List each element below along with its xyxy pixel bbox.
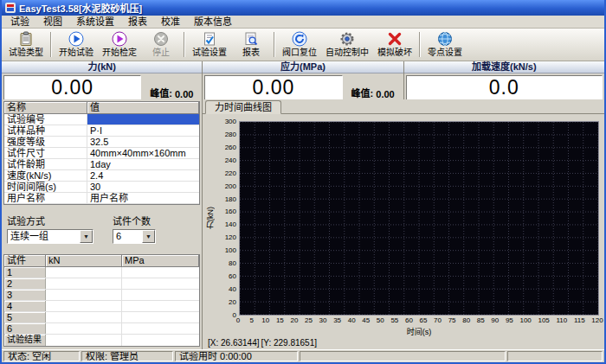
result-mpa-cell: [122, 278, 199, 289]
result-row[interactable]: 5: [4, 312, 199, 323]
property-name: 试样品种: [4, 125, 87, 136]
toolbar-button-stop[interactable]: 停止: [141, 29, 181, 60]
property-value[interactable]: P·I: [87, 125, 199, 136]
toolbar-button-report[interactable]: 报表: [231, 29, 271, 60]
menu-item-view[interactable]: 视图: [36, 16, 69, 28]
toolbar-button-label: 零点设置: [428, 48, 462, 57]
specimen-count-value: 6: [113, 230, 142, 243]
result-row[interactable]: 6: [4, 323, 199, 335]
menu-items: 试验视图系统设置报表校准版本信息: [3, 16, 239, 28]
cursor-y-readout: [Y: 229.81651]: [261, 338, 318, 348]
result-row[interactable]: 3: [4, 290, 199, 301]
property-row: 试件尺寸40mm×40mm×160mm: [4, 148, 199, 159]
chart-plot-area[interactable]: [239, 121, 599, 316]
property-value[interactable]: [87, 114, 199, 125]
property-value[interactable]: 32.5: [87, 137, 199, 147]
toolbar-separator: [184, 32, 185, 57]
result-mpa-cell: [122, 312, 199, 322]
stress-value-display: 0.00: [204, 75, 342, 100]
result-kn-cell: [46, 290, 122, 300]
chart-panel: 力时间曲线图 力(kN) 300280260240220200180160140…: [203, 99, 604, 349]
property-value[interactable]: 30: [87, 182, 199, 192]
chart-body: 力(kN) 3002802602402202001801601401201008…: [203, 114, 604, 349]
chevron-down-icon[interactable]: ▼: [80, 230, 93, 243]
property-name: 速度(kN/s): [4, 170, 87, 181]
test-method-label: 试验方式: [7, 214, 93, 227]
result-kn-cell: [46, 323, 122, 334]
result-mpa-cell: [122, 290, 199, 300]
result-kn-cell: [46, 312, 122, 322]
test-controls: 试验方式 连续一组 ▼ 试件个数 6 ▼: [3, 205, 200, 249]
property-value[interactable]: 2.4: [87, 170, 199, 181]
property-grid-column-value: 值: [87, 102, 199, 114]
x-tick-label: 0: [235, 316, 242, 325]
property-row: 试件龄期1day: [4, 159, 199, 170]
toolbar-button-zero-settings[interactable]: 零点设置: [423, 29, 467, 60]
specimen-count-dropdown[interactable]: 6 ▼: [113, 229, 156, 244]
result-row[interactable]: 2: [4, 278, 199, 290]
toolbar-button-simulate-break[interactable]: 模拟破坏: [373, 29, 416, 60]
y-tick-label: 220: [225, 170, 236, 176]
results-footer-mpa-cell: [122, 335, 199, 346]
y-tick-label: 20: [229, 299, 236, 305]
force-readout-title: 力(kN): [2, 61, 202, 73]
result-mpa-cell: [122, 301, 199, 311]
toolbar-button-auto-control[interactable]: 自动控制中: [321, 29, 373, 60]
property-row: 速度(kN/s)2.4: [4, 170, 199, 182]
property-name: 用户名称: [4, 193, 87, 203]
menu-item-report[interactable]: 报表: [121, 16, 154, 28]
app-icon: [5, 3, 16, 13]
test-method-dropdown[interactable]: 连续一组 ▼: [7, 229, 93, 244]
toolbar-button-label: 试验设置: [192, 48, 227, 57]
title-bar[interactable]: EasyTest3.58[水泥胶砂机压]: [2, 0, 604, 16]
toolbar-button-label: 模拟破坏: [377, 48, 412, 57]
menu-item-system-settings[interactable]: 系统设置: [69, 16, 121, 28]
x-tick-label: 120: [591, 316, 603, 325]
tab-force-time-curve[interactable]: 力时间曲线图: [205, 100, 281, 114]
property-value[interactable]: 用户名称: [87, 193, 199, 203]
status-segment-spare: [300, 351, 506, 361]
result-row[interactable]: 1: [4, 267, 199, 278]
property-name: 试验编号: [4, 114, 87, 125]
peak-value: 0.00: [376, 89, 394, 99]
force-value-display: 0.00: [3, 75, 141, 100]
property-grid-header: 名称 值: [4, 102, 199, 114]
chart-x-ticks: 0510152025303540455055606570758085909510…: [235, 316, 603, 325]
result-row-header: 2: [4, 278, 46, 289]
y-tick-label: 140: [225, 221, 236, 227]
property-value[interactable]: 1day: [87, 159, 199, 169]
results-table-header: 试件 kN MPa: [4, 255, 199, 267]
toolbar-button-start-verify[interactable]: 开始检定: [98, 29, 141, 60]
result-row-header: 5: [4, 312, 46, 322]
test-method-value: 连续一组: [8, 230, 80, 243]
toolbar-button-valve-reset[interactable]: 阀口复位: [278, 29, 321, 60]
results-column-kn: kN: [46, 255, 122, 267]
play-purple-icon: [112, 31, 127, 47]
result-kn-cell: [46, 267, 122, 278]
menu-item-calibration[interactable]: 校准: [154, 16, 187, 28]
results-footer-kn-cell: [46, 335, 122, 346]
peak-value: 0.00: [175, 89, 193, 99]
toolbar-button-label: 报表: [242, 48, 260, 57]
play-blue-icon: [68, 31, 84, 47]
status-segment-permission: 权限: 管理员: [81, 351, 173, 361]
x-tick-label: 20: [290, 316, 298, 325]
x-tick-label: 65: [420, 316, 428, 325]
property-value[interactable]: 40mm×40mm×160mm: [87, 148, 199, 158]
property-grid-column-name: 名称: [4, 102, 87, 114]
status-segment-state: 状态: 空闲: [3, 351, 80, 361]
toolbar-button-test-type[interactable]: 试验类型: [4, 29, 48, 60]
x-tick-label: 100: [519, 316, 531, 325]
toolbar-button-label: 开始检定: [102, 48, 137, 57]
chevron-down-icon[interactable]: ▼: [142, 230, 155, 243]
result-kn-cell: [46, 301, 122, 311]
clipboard-icon: [18, 31, 34, 47]
toolbar-button-start-test[interactable]: 开始试验: [55, 29, 98, 60]
status-segment-elapsed: 试验用时 0:00:00: [175, 351, 298, 361]
toolbar-button-test-settings[interactable]: 试验设置: [188, 29, 231, 60]
x-tick-label: 50: [377, 316, 384, 325]
menu-item-test[interactable]: 试验: [3, 16, 36, 28]
results-table: 试件 kN MPa 123456 试验结果: [3, 254, 200, 347]
result-row[interactable]: 4: [4, 301, 199, 312]
menu-item-version-info[interactable]: 版本信息: [187, 16, 239, 28]
